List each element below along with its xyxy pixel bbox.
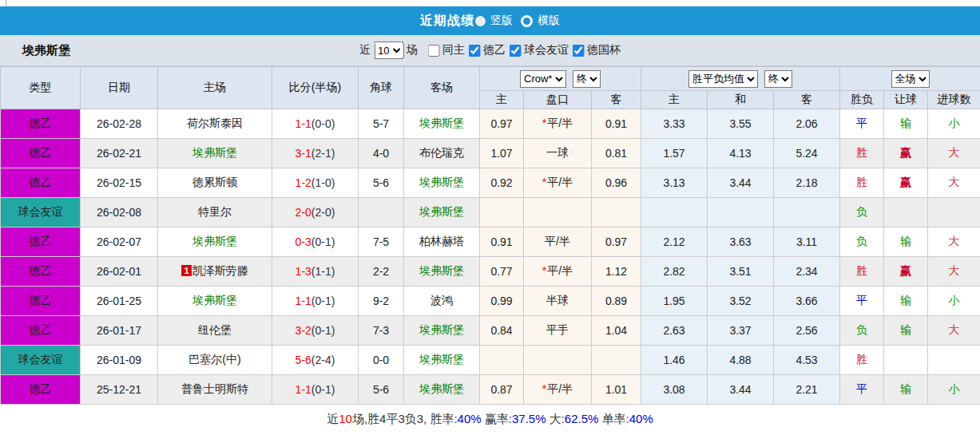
sub-header-handicap-result: 让球 (884, 91, 928, 109)
odds-time-select[interactable]: 终 (573, 70, 601, 88)
score-cell: 1-1(0-1) (272, 287, 359, 316)
match-row: 德乙26-01-25埃弗斯堡1-1(0-1)9-2波鸿0.99半球0.891.9… (1, 287, 980, 316)
handicap-cell: *平/半 (524, 257, 592, 287)
checkbox-league[interactable] (468, 45, 480, 57)
type-cell: 德乙 (1, 287, 81, 316)
home-team-cell: 巴塞尔(中) (158, 346, 272, 375)
col-header-away: 客场 (404, 67, 480, 109)
match-rows: 德乙26-02-28荷尔斯泰因1-1(0-0)5-7埃弗斯堡0.97*平/半0.… (1, 109, 980, 405)
score-cell: 1-3(1-1) (272, 257, 359, 287)
avg-draw-cell: 3.55 (708, 109, 774, 139)
odds-company-select[interactable]: Crow* (520, 70, 566, 88)
summary-line: 近10场,胜4平3负3, 胜率:40% 赢率:37.5% 大:62.5% 单率:… (0, 405, 980, 427)
type-cell: 德乙 (1, 375, 81, 405)
date-cell: 26-01-17 (81, 316, 158, 346)
avg-home-cell: 2.63 (641, 316, 708, 346)
checkbox-german-cup[interactable] (572, 45, 584, 57)
col-header-corners: 角球 (359, 67, 404, 109)
away-team-cell: 埃弗斯堡 (404, 316, 480, 346)
type-cell: 德乙 (1, 316, 81, 346)
corner-cell: 9-2 (359, 287, 404, 316)
corner-cell: 0-0 (359, 346, 404, 375)
match-row: 德乙26-02-21埃弗斯堡3-1(2-1)4-0布伦瑞克1.07一球0.811… (1, 139, 980, 168)
sub-header-handicap: 盘口 (524, 91, 592, 109)
home-odds-cell: 0.77 (480, 257, 524, 287)
avg-away-cell (774, 198, 840, 227)
avg-away-cell: 2.06 (774, 109, 840, 139)
landscape-radio[interactable] (521, 15, 533, 27)
home-odds-cell: 0.92 (480, 168, 524, 198)
avg-draw-cell: 3.52 (708, 287, 774, 316)
date-cell: 26-02-07 (81, 227, 158, 257)
games-label: 场 (407, 43, 418, 57)
score-cell: 0-3(0-1) (272, 227, 359, 257)
avg-time-select[interactable]: 终 (764, 70, 792, 88)
avg-draw-cell: 3.44 (708, 168, 774, 198)
handicap-cell (524, 346, 592, 375)
avg-home-cell (641, 198, 708, 227)
goals-result-cell (928, 198, 980, 227)
match-row: 球会友谊26-01-09巴塞尔(中)5-6(2-4)0-0埃弗斯堡1.464.8… (1, 346, 980, 375)
checkbox-same-home[interactable] (427, 45, 439, 57)
match-row: 德乙26-02-15德累斯顿1-2(1-0)5-6埃弗斯堡0.92*平/半0.9… (1, 168, 980, 198)
sub-header-odds-away: 客 (592, 91, 641, 109)
team-name: 埃弗斯堡 (22, 35, 70, 65)
date-cell: 26-02-15 (81, 168, 158, 198)
result-cell: 胜 (840, 346, 884, 375)
type-cell: 德乙 (1, 227, 81, 257)
handicap-result-cell: 输 (884, 316, 928, 346)
away-odds-cell: 1.12 (592, 257, 641, 287)
page-title: 近期战绩 (420, 13, 474, 30)
checkbox-league-label[interactable]: 德乙 (483, 43, 506, 57)
checkbox-german-cup-label[interactable]: 德国杯 (587, 43, 621, 57)
handicap-cell: *平/半 (524, 375, 592, 405)
match-count-select[interactable]: 10 (374, 42, 403, 59)
home-odds-cell (480, 346, 524, 375)
scope-select[interactable]: 全场 (891, 70, 930, 88)
corner-cell: 2-2 (359, 257, 404, 287)
score-cell: 5-6(2-4) (272, 346, 359, 375)
avg-home-cell: 1.46 (641, 346, 708, 375)
corner-cell: 4-0 (359, 139, 404, 168)
goals-result-cell: 大 (928, 168, 980, 198)
checkbox-club-friendly-label[interactable]: 球会友谊 (524, 43, 569, 57)
top-margin (0, 0, 980, 6)
avg-away-cell: 5.24 (774, 139, 840, 168)
match-row: 德乙26-02-28荷尔斯泰因1-1(0-0)5-7埃弗斯堡0.97*平/半0.… (1, 109, 980, 139)
summary-part: 40% (629, 412, 653, 425)
home-team-cell: 普鲁士明斯特 (158, 375, 272, 405)
goals-result-cell: 大 (928, 257, 980, 287)
rank-badge: 1 (181, 265, 191, 276)
portrait-label[interactable]: 竖版 (490, 14, 513, 28)
landscape-label[interactable]: 横版 (538, 14, 560, 28)
away-odds-cell: 1.04 (592, 316, 641, 346)
avg-away-cell: 4.53 (774, 346, 840, 375)
portrait-radio[interactable] (475, 16, 486, 26)
home-odds-cell: 0.99 (480, 287, 524, 316)
summary-part: 10 (339, 412, 352, 425)
handicap-result-cell: 输 (884, 227, 928, 257)
handicap-result-cell: 输 (884, 109, 928, 139)
avg-type-select[interactable]: 胜平负均值 (688, 70, 758, 88)
match-row: 德乙26-02-011凯泽斯劳滕1-3(1-1)2-2埃弗斯堡0.77*平/半1… (1, 257, 980, 287)
avg-away-cell: 2.18 (774, 168, 840, 198)
score-cell: 1-2(1-0) (272, 168, 359, 198)
avg-draw-cell: 3.37 (708, 316, 774, 346)
avg-home-cell: 3.33 (641, 109, 708, 139)
match-row: 德乙26-01-17纽伦堡3-2(0-1)7-3埃弗斯堡0.84平手1.042.… (1, 316, 980, 346)
handicap-cell: 平手 (524, 316, 592, 346)
checkbox-club-friendly[interactable] (509, 45, 521, 57)
col-header-type: 类型 (1, 67, 81, 109)
handicap-cell: 半球 (524, 287, 592, 316)
match-row: 德乙25-12-21普鲁士明斯特1-1(0-1)5-6埃弗斯堡0.87*平/半1… (1, 375, 980, 405)
score-cell: 3-2(0-1) (272, 316, 359, 346)
result-cell: 平 (840, 109, 884, 139)
avg-away-cell: 3.11 (774, 227, 840, 257)
handicap-cell (524, 198, 592, 227)
away-odds-cell: 0.97 (592, 227, 641, 257)
away-team-cell: 埃弗斯堡 (404, 198, 480, 227)
avg-away-cell: 2.21 (774, 375, 840, 405)
result-cell: 平 (840, 375, 884, 405)
checkbox-same-home-label[interactable]: 同主 (442, 43, 465, 57)
handicap-cell: *平/半 (524, 109, 592, 139)
